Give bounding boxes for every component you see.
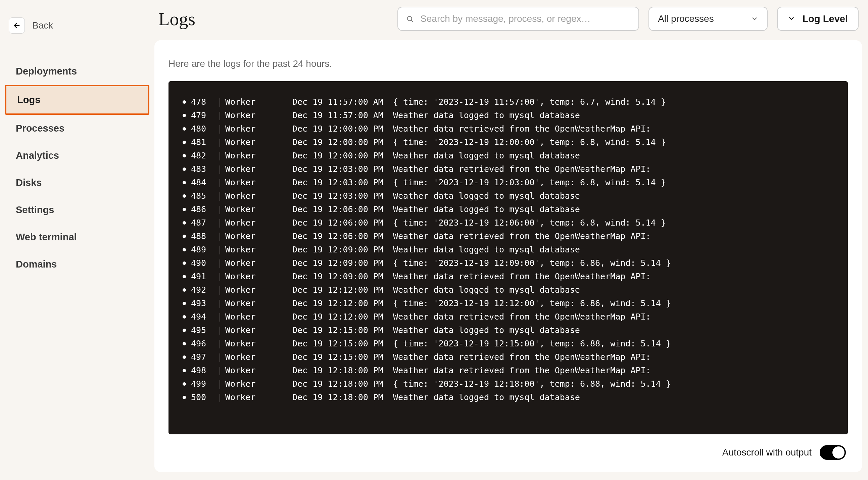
log-line-number: 482	[191, 149, 215, 162]
nav-item-analytics[interactable]: Analytics	[5, 142, 149, 169]
log-process: Worker	[225, 149, 292, 162]
log-row: 483|WorkerDec 19 12:03:00 PMWeather data…	[183, 162, 834, 176]
separator: |	[215, 257, 225, 270]
log-message: { time: '2023-12-19 12:15:00', temp: 6.8…	[393, 337, 834, 351]
log-row: 486|WorkerDec 19 12:06:00 PMWeather data…	[183, 203, 834, 216]
log-process: Worker	[225, 351, 292, 364]
log-timestamp: Dec 19 12:00:00 PM	[292, 136, 393, 149]
nav-item-logs[interactable]: Logs	[5, 85, 149, 115]
log-process: Worker	[225, 162, 292, 176]
bullet-icon	[183, 315, 186, 319]
log-line-number: 488	[191, 230, 215, 243]
log-message: Weather data retrieved from the OpenWeat…	[393, 122, 834, 136]
log-timestamp: Dec 19 12:18:00 PM	[292, 391, 393, 404]
nav-item-processes[interactable]: Processes	[5, 115, 149, 142]
log-process: Worker	[225, 109, 292, 122]
log-timestamp: Dec 19 12:06:00 PM	[292, 203, 393, 216]
log-timestamp: Dec 19 12:12:00 PM	[292, 297, 393, 310]
log-row: 480|WorkerDec 19 12:00:00 PMWeather data…	[183, 122, 834, 136]
bullet-icon	[183, 194, 186, 198]
separator: |	[215, 136, 225, 149]
bullet-icon	[183, 100, 186, 104]
log-timestamp: Dec 19 12:06:00 PM	[292, 216, 393, 230]
log-line-number: 492	[191, 283, 215, 297]
log-row: 495|WorkerDec 19 12:15:00 PMWeather data…	[183, 324, 834, 337]
nav-item-disks[interactable]: Disks	[5, 169, 149, 197]
log-process: Worker	[225, 283, 292, 297]
log-message: { time: '2023-12-19 12:12:00', temp: 6.8…	[393, 297, 834, 310]
log-line-number: 478	[191, 95, 215, 109]
log-timestamp: Dec 19 12:00:00 PM	[292, 122, 393, 136]
log-timestamp: Dec 19 12:06:00 PM	[292, 230, 393, 243]
search-wrap	[397, 7, 639, 31]
log-timestamp: Dec 19 12:00:00 PM	[292, 149, 393, 162]
separator: |	[215, 230, 225, 243]
topbar: Logs All processes Log Level	[154, 0, 862, 38]
log-timestamp: Dec 19 12:18:00 PM	[292, 364, 393, 377]
log-process: Worker	[225, 230, 292, 243]
separator: |	[215, 391, 225, 404]
log-message: Weather data logged to mysql database	[393, 109, 834, 122]
log-timestamp: Dec 19 12:15:00 PM	[292, 324, 393, 337]
log-message: { time: '2023-12-19 12:06:00', temp: 6.8…	[393, 216, 834, 230]
process-filter-dropdown[interactable]: All processes	[649, 7, 768, 31]
separator: |	[215, 310, 225, 324]
log-process: Worker	[225, 122, 292, 136]
separator: |	[215, 283, 225, 297]
log-row: 497|WorkerDec 19 12:15:00 PMWeather data…	[183, 351, 834, 364]
log-process: Worker	[225, 136, 292, 149]
log-line-number: 483	[191, 162, 215, 176]
nav-item-settings[interactable]: Settings	[5, 197, 149, 223]
log-process: Worker	[225, 270, 292, 283]
bullet-icon	[183, 168, 186, 171]
log-row: 485|WorkerDec 19 12:03:00 PMWeather data…	[183, 189, 834, 203]
log-line-number: 479	[191, 109, 215, 122]
loglevel-label: Log Level	[803, 13, 848, 25]
log-process: Worker	[225, 176, 292, 189]
log-message: Weather data logged to mysql database	[393, 189, 834, 203]
log-message: { time: '2023-12-19 12:00:00', temp: 6.8…	[393, 136, 834, 149]
separator: |	[215, 351, 225, 364]
log-line-number: 489	[191, 243, 215, 257]
log-row: 500|WorkerDec 19 12:18:00 PMWeather data…	[183, 391, 834, 404]
log-row: 488|WorkerDec 19 12:06:00 PMWeather data…	[183, 230, 834, 243]
separator: |	[215, 216, 225, 230]
bullet-icon	[183, 208, 186, 211]
log-message: Weather data logged to mysql database	[393, 324, 834, 337]
log-row: 492|WorkerDec 19 12:12:00 PMWeather data…	[183, 283, 834, 297]
log-timestamp: Dec 19 12:18:00 PM	[292, 377, 393, 391]
log-process: Worker	[225, 189, 292, 203]
log-message: Weather data retrieved from the OpenWeat…	[393, 310, 834, 324]
bullet-icon	[183, 275, 186, 278]
loglevel-button[interactable]: Log Level	[777, 7, 859, 31]
log-process: Worker	[225, 297, 292, 310]
log-process: Worker	[225, 203, 292, 216]
separator: |	[215, 324, 225, 337]
log-row: 490|WorkerDec 19 12:09:00 PM{ time: '202…	[183, 257, 834, 270]
back-button[interactable]: Back	[0, 14, 154, 37]
toggle-knob	[832, 446, 844, 458]
log-line-number: 480	[191, 122, 215, 136]
log-message: { time: '2023-12-19 12:03:00', temp: 6.8…	[393, 176, 834, 189]
search-input[interactable]	[397, 7, 639, 31]
log-process: Worker	[225, 364, 292, 377]
nav-item-domains[interactable]: Domains	[5, 251, 149, 278]
bullet-icon	[183, 235, 186, 238]
log-list[interactable]: 478|WorkerDec 19 11:57:00 AM{ time: '202…	[183, 95, 841, 420]
log-process: Worker	[225, 310, 292, 324]
separator: |	[215, 377, 225, 391]
log-timestamp: Dec 19 12:03:00 PM	[292, 162, 393, 176]
log-process: Worker	[225, 216, 292, 230]
log-process: Worker	[225, 243, 292, 257]
bullet-icon	[183, 329, 186, 332]
nav-item-web-terminal[interactable]: Web terminal	[5, 223, 149, 251]
log-row: 487|WorkerDec 19 12:06:00 PM{ time: '202…	[183, 216, 834, 230]
log-line-number: 495	[191, 324, 215, 337]
log-message: Weather data retrieved from the OpenWeat…	[393, 351, 834, 364]
bullet-icon	[183, 248, 186, 251]
log-process: Worker	[225, 95, 292, 109]
nav-item-deployments[interactable]: Deployments	[5, 58, 149, 85]
log-process: Worker	[225, 337, 292, 351]
log-timestamp: Dec 19 12:15:00 PM	[292, 351, 393, 364]
autoscroll-toggle[interactable]	[820, 445, 846, 460]
